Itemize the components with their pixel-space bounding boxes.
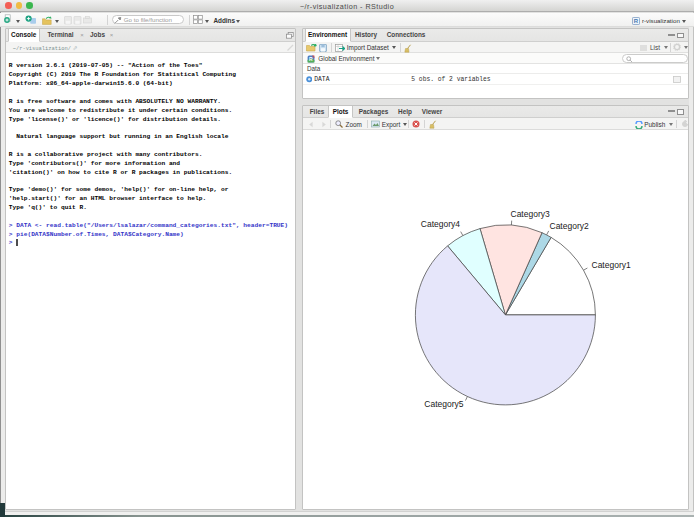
svg-text:R: R — [309, 56, 313, 62]
svg-text:R: R — [633, 18, 638, 24]
